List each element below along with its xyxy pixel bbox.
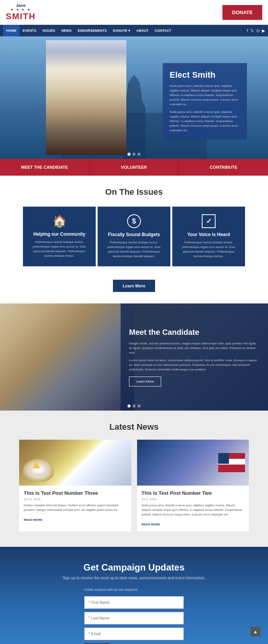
news-card-2-date: Jul 4, 2018 (142, 497, 245, 501)
campaign-title: Get Campaign Updates (23, 562, 245, 573)
candidate-body-2: Lorem ipsum dolor sit amet, consectetur … (129, 358, 260, 372)
hero-body-1: Nulla purus arcu, blandit a lacus quis, … (170, 84, 240, 107)
cta-row: MEET THE CANDIDATE VOLUNTEER CONTRIBUTE (0, 159, 268, 176)
logo-stars: ★ ★ ★ ★ (10, 8, 31, 11)
candidate-person-image (0, 303, 134, 411)
news-card-1-date: Jul 11, 2018 (24, 497, 127, 501)
news-card-2-content: This Is Test Post Number Two Jul 4, 2018… (137, 486, 249, 532)
hero-person-image (46, 40, 126, 155)
candidate-text-overlay: Meet the Candidate Integer mollis, dui n… (121, 303, 268, 411)
meet-candidate-button[interactable]: MEET THE CANDIDATE (0, 159, 90, 176)
nav-home[interactable]: HOME (3, 25, 20, 36)
candidate-dot-3[interactable] (137, 404, 141, 408)
candidate-dot-2[interactable] (132, 404, 136, 408)
hero-dots (127, 153, 141, 156)
hero-text-box: Elect Smith Nulla purus arcu, blandit a … (163, 63, 247, 140)
issue-budgets-title: Fiscally Sound Budgets (103, 232, 165, 237)
news-card-2: This Is Test Post Number Two Jul 4, 2018… (137, 440, 249, 532)
issue-community-title: Helping our Community (29, 232, 90, 237)
first-name-input[interactable] (84, 596, 184, 609)
hero-title: Elect Smith (170, 70, 240, 80)
news-title: Latest News (19, 422, 249, 432)
candidate-learn-more-button[interactable]: Learn More (129, 377, 161, 386)
hero-section: Elect Smith Nulla purus arcu, blandit a … (0, 36, 268, 159)
donate-button[interactable]: DONATE (222, 5, 262, 20)
nav-contact[interactable]: CONTACT (152, 25, 174, 36)
hero-body-2: Nulla purus arcu, blandit a lacus quis, … (170, 110, 240, 133)
contribute-button[interactable]: CONTRIBUTE (179, 159, 268, 176)
hero-dot-1[interactable] (127, 153, 131, 156)
candidate-dot-1[interactable] (127, 404, 131, 408)
hero-dot-2[interactable] (132, 153, 136, 156)
nav-social: f 𝕏 ⊙ ▶ (247, 28, 265, 33)
candidate-dots (127, 404, 141, 408)
nav-bar: HOME EVENTS ISSUES NEWS ENDORSEMENTS DON… (0, 25, 268, 36)
scroll-top-button[interactable]: ▲ (251, 627, 260, 636)
news-card-2-image (137, 440, 249, 486)
campaign-form: Sign Up (84, 596, 184, 644)
issue-card-budgets: $ Fiscally Sound Budgets Pellentesque la… (98, 207, 170, 266)
issue-voice-title: Your Voice is Heard (178, 232, 239, 237)
issue-voice-body: Pellentesque lacinia tristique lectus, p… (178, 240, 239, 259)
news-section: Latest News This Is Test Post Number Thr… (0, 411, 268, 547)
hero-dot-3[interactable] (137, 153, 141, 156)
issue-card-voice: ✓ Your Voice is Heard Pellentesque lacin… (172, 207, 245, 266)
news-card-1-title: This Is Test Post Number Three (24, 490, 127, 496)
candidate-title: Meet the Candidate (129, 328, 260, 337)
logo-first-name: Jane (16, 3, 26, 8)
news-card-1: This Is Test Post Number Three Jul 11, 2… (19, 440, 131, 532)
nav-news[interactable]: NEWS (58, 25, 75, 36)
news-card-2-read-more[interactable]: READ MORE (142, 523, 160, 526)
nav-links: HOME EVENTS ISSUES NEWS ENDORSEMENTS DON… (3, 25, 174, 36)
email-input[interactable] (84, 628, 184, 640)
instagram-icon[interactable]: ⊙ (256, 28, 260, 33)
issues-learn-more-button[interactable]: Learn More (113, 280, 155, 292)
twitter-icon[interactable]: 𝕏 (250, 28, 254, 33)
news-grid: This Is Test Post Number Three Jul 11, 2… (19, 440, 249, 532)
news-card-1-content: This Is Test Post Number Three Jul 11, 2… (19, 486, 131, 527)
issues-grid: 🏠 Helping our Community Pellentesque lac… (23, 207, 245, 266)
issues-section: On The Issues 🏠 Helping our Community Pe… (0, 176, 268, 303)
learn-more-container: Learn More (23, 274, 245, 300)
logo: Jane ★ ★ ★ ★ SMITH (6, 3, 36, 21)
volunteer-button[interactable]: VOLUNTEER (90, 159, 179, 176)
nav-issues[interactable]: ISSUES (39, 25, 58, 36)
campaign-required: Fields marked with an are required. (84, 588, 184, 592)
nav-donate[interactable]: DONATE ▾ (110, 25, 133, 36)
last-name-input[interactable] (84, 612, 184, 624)
news-card-1-image (19, 440, 131, 486)
nav-events[interactable]: EVENTS (20, 25, 39, 36)
issue-budgets-body: Pellentesque lacinia tristique lectus, p… (103, 240, 165, 259)
facebook-icon[interactable]: f (247, 28, 248, 33)
voice-icon: ✓ (202, 214, 216, 228)
issues-title: On The Issues (23, 187, 245, 197)
candidate-section: Meet the Candidate Integer mollis, dui n… (0, 303, 268, 411)
campaign-subtitle: Sign up to receive the most up-to-date n… (23, 576, 245, 580)
nav-about[interactable]: ABOUT (133, 25, 152, 36)
news-card-1-body: Nullam volutpat vehicula finibus. Nullam… (24, 503, 127, 512)
issue-community-body: Pellentesque lacinia tristique lectus, p… (29, 240, 90, 258)
candidate-body-1: Integer mollis, dui nec pharetra luctus,… (129, 341, 260, 355)
nav-endorsements[interactable]: ENDORSEMENTS (75, 25, 110, 36)
community-icon: 🏠 (29, 214, 90, 228)
news-card-2-body: Nulla purus arcu, blandit a lacus quis, … (142, 503, 245, 517)
logo-last-name: SMITH (6, 11, 36, 21)
news-card-2-title: This Is Test Post Number Two (142, 490, 245, 496)
news-card-1-read-more[interactable]: READ MORE (24, 518, 42, 522)
header: Jane ★ ★ ★ ★ SMITH DONATE (0, 0, 268, 25)
issue-card-community: 🏠 Helping our Community Pellentesque lac… (23, 207, 96, 266)
youtube-icon[interactable]: ▶ (262, 28, 265, 33)
budgets-icon: $ (127, 214, 141, 228)
campaign-section: Get Campaign Updates Sign up to receive … (0, 547, 268, 644)
